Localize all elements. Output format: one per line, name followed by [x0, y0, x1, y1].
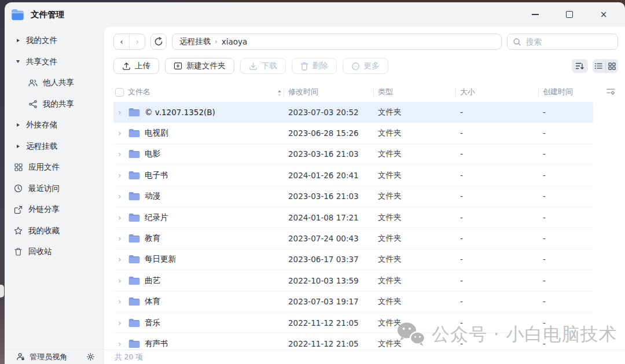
- sidebar-item-remote-mount[interactable]: 远程挂载: [5, 136, 104, 157]
- file-ctime: -: [538, 108, 593, 117]
- file-name-cell: › 曲艺: [113, 275, 284, 286]
- more-button[interactable]: 更多: [343, 58, 388, 74]
- column-mtime[interactable]: 修改时间: [284, 84, 373, 100]
- table-row[interactable]: › 动漫 2023-03-16 21:03 文件夹 - -: [113, 186, 593, 207]
- table-row[interactable]: › © v.1207.1352(B) 2023-07-03 20:52 文件夹 …: [113, 102, 593, 123]
- sidebar-item-my-files[interactable]: 我的文件: [5, 30, 104, 52]
- chevron-down-icon[interactable]: [16, 60, 20, 63]
- upload-button[interactable]: 上传: [113, 58, 159, 74]
- download-button[interactable]: 下载: [240, 58, 286, 74]
- file-size: -: [455, 192, 538, 201]
- column-filename[interactable]: 文件名: [113, 84, 284, 100]
- file-mtime: 2023-06-28 15:26: [284, 128, 373, 138]
- table-row[interactable]: › 纪录片 2024-01-08 17:21 文件夹 - -: [113, 207, 593, 228]
- row-expand-chevron[interactable]: ›: [118, 277, 125, 285]
- sidebar-item-external-storage[interactable]: 外接存储: [5, 115, 104, 136]
- new-folder-button[interactable]: 新建文件夹: [165, 58, 234, 74]
- row-expand-chevron[interactable]: ›: [118, 214, 125, 222]
- sidebar-item-app-files[interactable]: 应用文件: [5, 157, 104, 178]
- file-name: 曲艺: [145, 275, 160, 286]
- file-size: -: [455, 149, 538, 159]
- table-row[interactable]: › 音乐 2022-11-12 21:05 文件夹 - -: [113, 312, 593, 333]
- file-name: 电视剧: [145, 128, 168, 138]
- column-type[interactable]: 类型: [373, 84, 455, 100]
- row-expand-chevron[interactable]: ›: [118, 171, 125, 179]
- table-row[interactable]: › 每日更新 2023-06-17 03:37 文件夹 - -: [113, 249, 593, 270]
- table-row[interactable]: › 电影 2023-03-16 21:03 文件夹 - -: [113, 144, 593, 165]
- table-header: 文件名 修改时间 类型 大小 创建时间: [113, 84, 593, 100]
- minimize-icon: [532, 14, 539, 15]
- sidebar-item-shared-files[interactable]: 共享文件: [5, 52, 104, 73]
- sidebar-item-my-shares[interactable]: 我的共享: [5, 94, 104, 115]
- view-controls: [572, 59, 618, 73]
- sidebar-item-shared-by-others[interactable]: 他人共享: [5, 72, 104, 94]
- table-row[interactable]: › 有声书 2022-11-12 21:05 文件夹 - -: [113, 333, 593, 350]
- file-name: 体育: [145, 296, 160, 307]
- row-expand-chevron[interactable]: ›: [118, 150, 125, 158]
- star-icon: [13, 226, 23, 235]
- row-expand-chevron[interactable]: ›: [118, 297, 125, 306]
- chevron-right-icon[interactable]: [17, 123, 20, 127]
- row-expand-chevron[interactable]: ›: [118, 234, 125, 242]
- search-input[interactable]: [525, 36, 612, 47]
- titlebar: 文件管理 ×: [5, 2, 625, 27]
- delete-button[interactable]: 删除: [292, 58, 337, 74]
- delete-icon: [300, 62, 308, 71]
- search-box[interactable]: [507, 34, 618, 50]
- column-ctime[interactable]: 创建时间: [538, 84, 593, 100]
- download-label: 下载: [262, 61, 277, 71]
- sidebar-item-label: 外接存储: [26, 120, 57, 130]
- row-expand-chevron[interactable]: ›: [118, 192, 125, 200]
- file-type: 文件夹: [373, 296, 455, 307]
- chevron-right-icon[interactable]: [17, 145, 20, 148]
- file-name: 动漫: [145, 191, 160, 201]
- maximize-button[interactable]: [562, 7, 577, 22]
- sort-indicator-icon[interactable]: [277, 89, 282, 98]
- table-row[interactable]: › 体育 2023-07-03 19:17 文件夹 - -: [113, 292, 593, 312]
- file-mtime: 2022-11-12 21:05: [284, 339, 373, 348]
- file-type: 文件夹: [373, 254, 455, 264]
- refresh-button[interactable]: [150, 34, 167, 50]
- table-row[interactable]: › 电视剧 2023-06-28 15:26 文件夹 - -: [113, 123, 593, 144]
- table-row[interactable]: › 曲艺 2022-10-03 13:59 文件夹 - -: [113, 270, 593, 291]
- grid-view-button[interactable]: [605, 59, 619, 73]
- breadcrumb-root[interactable]: 远程挂载: [179, 36, 211, 47]
- history-nav-group: ‹ ›: [113, 34, 145, 50]
- sidebar-item-label: 共享文件: [26, 57, 57, 67]
- file-type: 文件夹: [373, 107, 455, 117]
- breadcrumb[interactable]: 远程挂载 › xiaoya: [172, 34, 502, 50]
- sidebar-item-link-share[interactable]: 外链分享: [5, 199, 104, 220]
- row-expand-chevron[interactable]: ›: [118, 108, 125, 116]
- minimize-button[interactable]: [528, 7, 543, 22]
- file-ctime: -: [538, 297, 593, 306]
- sidebar-item-favorites[interactable]: 我的收藏: [5, 220, 104, 242]
- file-size: -: [455, 318, 538, 328]
- file-name-cell: › 体育: [113, 296, 284, 307]
- table-row[interactable]: › 电子书 2024-01-26 20:41 文件夹 - -: [113, 165, 593, 186]
- list-view-button[interactable]: [593, 59, 605, 73]
- sidebar-item-recycle-bin[interactable]: 回收站: [5, 241, 104, 263]
- table-row[interactable]: › 教育 2023-07-24 00:43 文件夹 - -: [113, 228, 593, 249]
- close-button[interactable]: ×: [596, 7, 611, 22]
- admin-view-label[interactable]: 管理员视角: [30, 352, 67, 362]
- forward-button[interactable]: ›: [129, 34, 145, 49]
- chevron-right-icon[interactable]: [17, 39, 20, 42]
- row-expand-chevron[interactable]: ›: [118, 319, 125, 327]
- sort-button[interactable]: [572, 59, 588, 73]
- gear-icon[interactable]: [86, 352, 95, 361]
- file-ctime: -: [538, 128, 593, 138]
- breadcrumb-current[interactable]: xiaoya: [222, 37, 248, 46]
- select-all-checkbox[interactable]: [115, 88, 124, 97]
- column-size[interactable]: 大小: [455, 84, 538, 100]
- column-settings-icon[interactable]: [606, 87, 616, 98]
- window-title: 文件管理: [31, 9, 64, 20]
- sidebar-item-recent[interactable]: 最近访问: [5, 178, 104, 200]
- list-view-icon: [595, 62, 602, 69]
- file-type: 文件夹: [373, 128, 455, 138]
- back-button[interactable]: ‹: [114, 34, 129, 49]
- folder-icon: [128, 255, 140, 264]
- file-type: 文件夹: [373, 191, 455, 201]
- row-expand-chevron[interactable]: ›: [118, 129, 125, 137]
- row-expand-chevron[interactable]: ›: [118, 255, 125, 263]
- row-expand-chevron[interactable]: ›: [118, 340, 125, 348]
